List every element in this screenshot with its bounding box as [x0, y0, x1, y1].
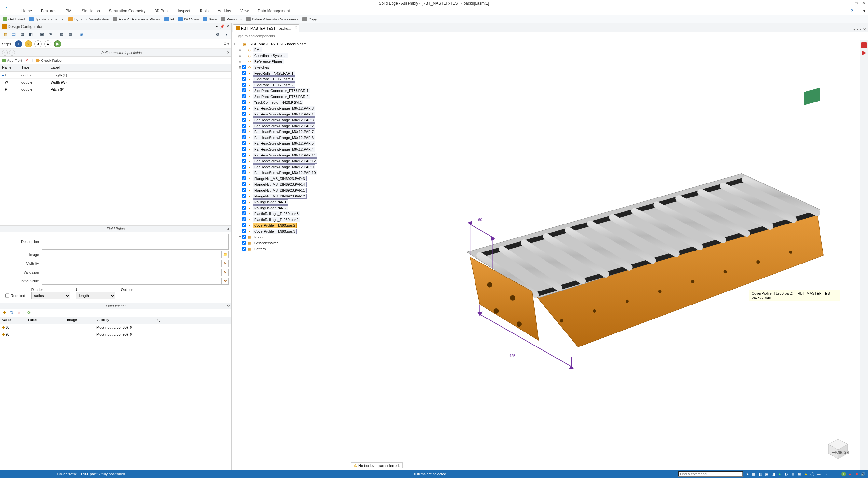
collapse-icon[interactable]: ▴	[227, 226, 229, 231]
rail-play-icon[interactable]	[861, 50, 867, 56]
cube-icon[interactable]: ◆	[71, 1, 78, 6]
tree-checkbox[interactable]	[242, 71, 246, 75]
sb-icon[interactable]: ●	[777, 472, 782, 476]
menu-home[interactable]: Home	[22, 9, 32, 13]
tree-checkbox[interactable]	[242, 89, 246, 92]
sb-stop-icon[interactable]: ■	[854, 472, 859, 476]
tree-checkbox[interactable]	[242, 200, 246, 204]
menu-pmi[interactable]: PMI	[65, 9, 72, 13]
field-row[interactable]: =W double Width (W)	[0, 79, 231, 86]
tree-checkbox[interactable]	[242, 247, 246, 251]
sb-icon[interactable]: ▭	[823, 472, 828, 476]
tree-checkbox[interactable]	[242, 194, 246, 198]
menu-features[interactable]: Features	[41, 9, 56, 13]
close-icon[interactable]: ✕	[862, 1, 866, 5]
visibility-fx-icon[interactable]: fx	[222, 260, 229, 267]
tree-checkbox[interactable]	[242, 112, 246, 116]
nav-prev-icon[interactable]: ‹	[2, 50, 8, 56]
step-2[interactable]: 2	[25, 40, 32, 47]
rail-rec-icon[interactable]	[861, 42, 867, 48]
tree-checkbox[interactable]	[242, 159, 246, 163]
tree-checkbox[interactable]	[242, 147, 246, 151]
sb-icon[interactable]: ◨	[771, 472, 776, 476]
tree-row[interactable]: ⊞◇PMI	[232, 47, 348, 53]
tree-row[interactable]: ▪PanHeadScrewFlange_M8x12.PAR:6	[232, 135, 348, 140]
fv-col-visibility[interactable]: Visibility	[94, 317, 153, 324]
tree-checkbox[interactable]	[242, 188, 246, 192]
tree-checkbox[interactable]	[242, 153, 246, 157]
grid-icon[interactable]: ▦	[107, 1, 113, 6]
tree-row[interactable]: ▪PanHeadScrewFlange_M8x12.PAR:11	[232, 152, 348, 158]
tree-checkbox[interactable]	[242, 223, 246, 227]
tree-row[interactable]: ▪FlangeNut_M8_DIN6923.PAR:1	[232, 187, 348, 193]
initial-value-input[interactable]	[42, 278, 222, 285]
tree-row[interactable]: ▪PanHeadScrewFlange_M8x12.PAR:3	[232, 117, 348, 123]
menu-inspect[interactable]: Inspect	[178, 9, 190, 13]
sb-icon[interactable]: ➤	[745, 472, 749, 476]
tree-checkbox[interactable]	[242, 206, 246, 209]
dc-settings-icon[interactable]: ⚙	[215, 31, 221, 38]
3d-viewport[interactable]: 60 425 CoverProfile_TL960.par:2 in RBT_M…	[349, 40, 860, 470]
sb-icon[interactable]: ◯	[810, 472, 815, 476]
fv-row[interactable]: ✚60 Mod(Input.L-60, 60)=0	[0, 324, 231, 331]
sb-icon[interactable]: ◆	[804, 472, 808, 476]
tree-row[interactable]: ⊞▦Pattern_1	[232, 246, 348, 252]
sb-icon[interactable]: ◐	[784, 472, 788, 476]
tree-row[interactable]: ▪CoverProfile_TL960.par:3	[232, 228, 348, 234]
menu-tools[interactable]: Tools	[199, 9, 209, 13]
tree-row[interactable]: ▪RailingHolder.PAR:2	[232, 205, 348, 211]
menu-sim-geometry[interactable]: Simulation Geometry	[109, 9, 146, 13]
view-icon[interactable]: ▦	[64, 1, 70, 6]
tree-checkbox[interactable]	[242, 94, 246, 98]
undo-icon[interactable]: ↶	[43, 1, 49, 6]
visibility-input[interactable]	[42, 260, 222, 267]
tree-row[interactable]: ▪PanHeadScrewFlange_M8x12.PAR:12	[232, 158, 348, 164]
step-4[interactable]: 4	[44, 40, 52, 47]
field-values-header[interactable]: Field Values ⟲	[0, 302, 231, 309]
dc-more-icon[interactable]: ▾	[223, 31, 229, 38]
dc-tool9-icon[interactable]: ◉	[79, 31, 85, 38]
description-input[interactable]	[42, 234, 229, 250]
image-input[interactable]	[42, 251, 222, 258]
sb-plus-icon[interactable]: +	[841, 472, 846, 476]
tree-checkbox[interactable]	[242, 235, 246, 239]
restore-icon[interactable]: ▭	[854, 1, 858, 5]
layers-icon[interactable]: ▣	[79, 1, 85, 6]
tree-row[interactable]: ▪PanHeadScrewFlange_M8x12.PAR:4	[232, 147, 348, 152]
tree-row[interactable]: ▪SidePanel_TL960.psm:2	[232, 82, 348, 88]
tree-checkbox[interactable]	[242, 170, 246, 174]
dc-tool3-icon[interactable]: ▦	[19, 31, 25, 38]
tree-checkbox[interactable]	[242, 165, 246, 168]
dc-tool2-icon[interactable]: ▤	[10, 31, 17, 38]
copy-button[interactable]: Copy	[302, 17, 317, 22]
tab-close-icon[interactable]: ✕	[294, 26, 297, 29]
nav-refresh-icon[interactable]: ⟳	[226, 51, 229, 55]
save-icon[interactable]: 💾	[29, 1, 34, 6]
tree-row[interactable]: ▪TrackConnector_N425.PSM:1	[232, 100, 348, 105]
fv-sort-icon[interactable]: ⇅	[9, 310, 14, 315]
validation-input[interactable]	[42, 269, 222, 276]
menu-simulation[interactable]: Simulation	[82, 9, 100, 13]
iso-view-button[interactable]: ISO View	[178, 17, 199, 22]
tree-row[interactable]: ▪PlasticRailings_TL960.par:2	[232, 217, 348, 223]
fv-refresh-icon[interactable]: ⟲	[226, 303, 229, 308]
fv-col-tags[interactable]: Tags	[153, 317, 231, 324]
tree-checkbox[interactable]	[242, 176, 246, 180]
tool4-icon[interactable]: ⊞	[122, 1, 128, 6]
render-select[interactable]: radios	[31, 292, 70, 299]
tree-checkbox[interactable]	[242, 77, 246, 81]
tree-row[interactable]: ▪PanHeadScrewFlange_M8x12.PAR:1	[232, 111, 348, 117]
col-name[interactable]: Name	[0, 64, 20, 71]
sb-icon[interactable]: —	[816, 472, 821, 476]
required-checkbox[interactable]	[5, 292, 9, 299]
tree-checkbox[interactable]	[242, 83, 246, 87]
tree-checkbox[interactable]	[242, 100, 246, 104]
tree-row[interactable]: ▪FeedRoller_N425.PAR:1	[232, 70, 348, 76]
tree-row[interactable]: ▪PanHeadScrewFlange_M8x12.PAR:10	[232, 170, 348, 176]
document-tab[interactable]: RBT_MASTER-TEST - backu... ✕	[233, 24, 300, 32]
tree-row[interactable]: ⊞▦Geländerhalter	[232, 240, 348, 246]
tree-row[interactable]: ▪FlangeNut_M8_DIN6923.PAR:3	[232, 176, 348, 182]
tree-row[interactable]: ⊟▣RBT_MASTER-TEST - backup.asm	[232, 41, 348, 47]
dc-tool5-icon[interactable]: ▣	[39, 31, 45, 38]
unit-select[interactable]: length	[76, 292, 115, 299]
